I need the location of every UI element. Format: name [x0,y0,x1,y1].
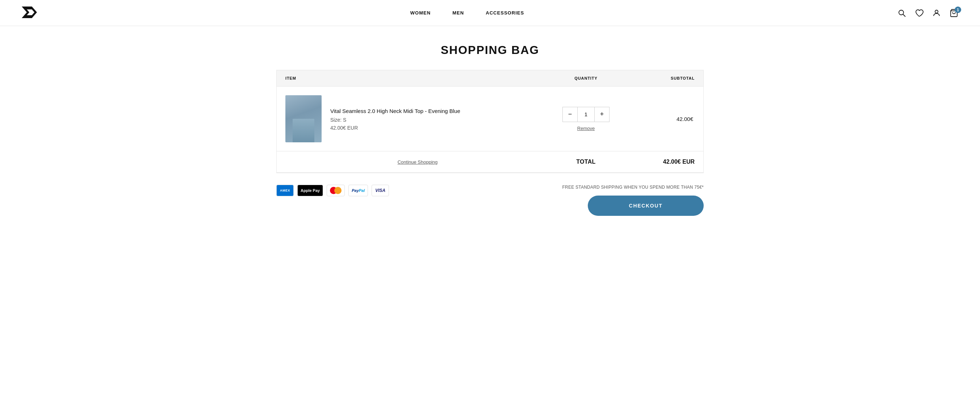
col-item-header: ITEM [285,76,550,80]
total-amount: 42.00€ EUR [622,159,695,165]
cart-table-header: ITEM QUANTITY SUBTOTAL [277,70,703,87]
payment-methods: AMEX Apple Pay PayPal VISA [276,185,389,196]
col-quantity-header: QUANTITY [550,76,622,80]
logo[interactable] [22,6,37,19]
product-figure [285,95,321,142]
applepay-payment-icon: Apple Pay [298,185,323,196]
quantity-increase-button[interactable]: + [595,107,609,122]
svg-point-2 [899,10,904,15]
header-icons: 1 [897,9,958,17]
visa-payment-icon: VISA [372,185,389,196]
main-content: ITEM QUANTITY SUBTOTAL Vital Seamless 2.… [255,70,725,238]
cart-item-info: Vital Seamless 2.0 High Neck Midi Top - … [285,95,550,142]
cart-item-subtotal: 42.00€ [622,116,695,122]
main-nav: WOMEN MEN ACCESSORIES [410,10,524,16]
continue-shopping-button[interactable]: Continue Shopping [285,159,550,165]
cart-table: ITEM QUANTITY SUBTOTAL Vital Seamless 2.… [276,70,704,173]
wishlist-button[interactable] [915,9,923,17]
heart-icon [915,9,923,17]
mastercard-payment-icon [327,185,345,196]
account-button[interactable] [932,9,941,17]
cart-row: Vital Seamless 2.0 High Neck Midi Top - … [277,87,703,151]
cart-button[interactable]: 1 [950,9,958,17]
remove-button[interactable]: Remove [577,126,595,131]
checkout-right: FREE STANDARD SHIPPING WHEN YOU SPEND MO… [562,185,704,216]
cart-item-name: Vital Seamless 2.0 High Neck Midi Top - … [330,107,460,115]
svg-line-3 [903,14,905,17]
quantity-area: − 1 + Remove [550,107,622,131]
shipping-notice: FREE STANDARD SHIPPING WHEN YOU SPEND MO… [562,185,704,190]
quantity-controls: − 1 + [562,107,609,122]
paypal-payment-icon: PayPal [348,185,368,196]
search-icon [897,9,906,17]
page-title: SHOPPING BAG [0,43,980,57]
total-label: TOTAL [550,159,622,165]
user-icon [932,9,941,17]
cart-item-size: Size: S [330,117,460,123]
page-title-area: SHOPPING BAG [0,26,980,70]
nav-accessories[interactable]: ACCESSORIES [486,10,524,16]
nav-men[interactable]: MEN [452,10,464,16]
below-table: AMEX Apple Pay PayPal VISA FREE STANDARD… [276,185,704,216]
quantity-decrease-button[interactable]: − [563,107,577,122]
checkout-button[interactable]: CHECKOUT [588,196,704,216]
svg-point-4 [935,10,938,13]
site-header: WOMEN MEN ACCESSORIES [0,0,980,26]
product-image [285,95,321,142]
cart-item-price: 42.00€ EUR [330,125,460,131]
cart-badge: 1 [955,6,961,13]
cart-footer-row: Continue Shopping TOTAL 42.00€ EUR [277,151,703,173]
nav-women[interactable]: WOMEN [410,10,431,16]
search-button[interactable] [897,9,906,17]
amex-payment-icon: AMEX [276,185,294,196]
col-subtotal-header: SUBTOTAL [622,76,695,80]
cart-item-details: Vital Seamless 2.0 High Neck Midi Top - … [330,107,460,131]
quantity-value: 1 [577,107,595,122]
